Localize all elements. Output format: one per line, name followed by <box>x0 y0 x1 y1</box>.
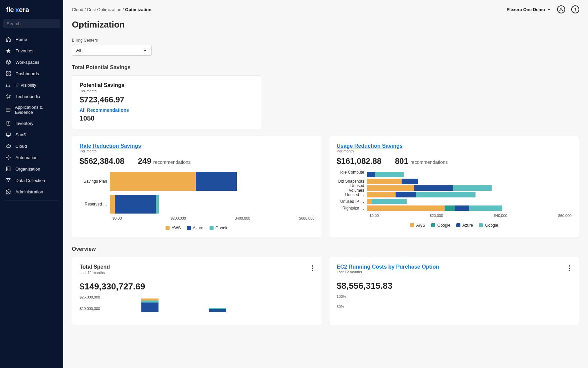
svg-point-19 <box>312 268 313 269</box>
sidebar-item-data-collection[interactable]: Data Collection <box>0 175 63 186</box>
search-input[interactable] <box>7 21 63 26</box>
sidebar-item-organization[interactable]: Organization <box>0 163 63 175</box>
nav-label: Organization <box>15 167 40 172</box>
sidebar-item-applications[interactable]: Applications & Evidence <box>0 102 63 118</box>
nav-divider <box>5 200 58 200</box>
x-axis: $0.00 $200,000 $400,000 $600,000 <box>80 216 315 220</box>
card-subtitle: Per month <box>337 149 572 153</box>
help-icon[interactable] <box>571 5 579 13</box>
svg-point-17 <box>575 10 576 11</box>
all-recommendations-link[interactable]: All Recommendations <box>80 107 129 113</box>
usage-reduction-card: Usage Reduction Savings Per month $161,0… <box>329 136 580 237</box>
sidebar-item-it-visibility[interactable]: IT Visibility <box>0 79 63 91</box>
rate-reduction-card: Rate Reduction Savings Per month $562,38… <box>72 136 322 237</box>
sidebar-item-cloud[interactable]: Cloud <box>0 140 63 152</box>
card-title: Potential Savings <box>80 82 254 88</box>
bar-seg-azure <box>196 172 237 191</box>
ec2-chart <box>350 297 379 315</box>
org-selector[interactable]: Flexera One Demo <box>507 7 551 12</box>
nav-label: Inventory <box>15 121 33 126</box>
card-subtitle: Last 12 months <box>80 271 110 275</box>
bar <box>141 298 158 312</box>
topbar-right: Flexera One Demo <box>507 5 579 13</box>
svg-rect-6 <box>9 72 10 73</box>
home-icon <box>5 36 11 42</box>
usage-chart: Idle Compute … Old Snapshots Unused Volu… <box>337 172 572 228</box>
org-name: Flexera One Demo <box>507 7 545 12</box>
svg-text:era: era <box>19 6 30 13</box>
sidebar-item-favorites[interactable]: Favorites <box>0 45 63 56</box>
user-icon[interactable] <box>557 5 565 13</box>
sidebar-item-administration[interactable]: Administration <box>0 186 63 197</box>
nav-label: Workspaces <box>15 60 39 65</box>
box-icon <box>5 59 11 65</box>
sidebar-item-saas[interactable]: SaaS <box>0 129 63 140</box>
breadcrumb-current: Optimization <box>125 7 151 12</box>
topbar: Cloud / Cost Optimization / Optimization… <box>63 0 588 16</box>
legend-swatch <box>187 226 191 230</box>
svg-rect-10 <box>6 108 10 111</box>
bar-seg-azure <box>115 195 156 214</box>
svg-point-21 <box>569 265 570 267</box>
x-axis: $0.00 $20,000 $40,000 $60,000 <box>337 214 572 218</box>
legend: AWS Google Azure Google <box>337 223 572 228</box>
funnel-icon <box>5 177 11 183</box>
sidebar-item-inventory[interactable]: Inventory <box>0 118 63 129</box>
legend-swatch <box>166 226 170 230</box>
breadcrumb-cloud[interactable]: Cloud <box>72 7 83 12</box>
breadcrumb: Cloud / Cost Optimization / Optimization <box>72 7 151 12</box>
svg-rect-9 <box>7 95 10 98</box>
svg-point-15 <box>8 191 9 192</box>
chevron-down-icon <box>143 48 147 53</box>
apps-icon <box>5 107 11 113</box>
brand-logo: flexera <box>0 0 63 19</box>
more-menu-button[interactable] <box>568 264 572 273</box>
nav: Home Favorites Workspaces Dashboards IT … <box>0 32 63 205</box>
chip-icon <box>5 93 11 99</box>
breadcrumb-cost-optimization[interactable]: Cost Optimization <box>87 7 122 12</box>
nav-label: IT Visibility <box>15 83 36 88</box>
nav-label: Dashboards <box>15 71 39 76</box>
potential-savings-card: Potential Savings Per month $723,466.97 … <box>72 75 261 129</box>
search-box[interactable] <box>3 19 60 28</box>
total-spend-amount: $149,330,727.69 <box>80 281 315 292</box>
more-menu-button[interactable] <box>311 264 315 273</box>
svg-rect-12 <box>6 133 10 136</box>
recommendations-count: 1050 <box>80 114 254 122</box>
svg-point-13 <box>8 157 9 158</box>
rate-reduction-link[interactable]: Rate Reduction Savings <box>80 143 141 149</box>
y-axis: 100% 80% <box>337 294 346 315</box>
ec2-costs-card: EC2 Running Costs by Purchase Option Las… <box>329 257 580 325</box>
sidebar-item-technopedia[interactable]: Technopedia <box>0 91 63 102</box>
legend: AWS Azure Google <box>80 226 315 230</box>
main: Cloud / Cost Optimization / Optimization… <box>63 0 588 368</box>
section-overview: Overview <box>72 246 579 252</box>
rate-chart: Savings Plan Reserved … <box>80 172 315 230</box>
ec2-costs-link[interactable]: EC2 Running Costs by Purchase Option <box>337 264 439 270</box>
billing-centers-select[interactable]: All <box>72 45 152 56</box>
sidebar-item-home[interactable]: Home <box>0 34 63 45</box>
usage-amount: $161,082.88 <box>337 156 381 166</box>
usage-rec-count: 801 <box>395 156 408 166</box>
nav-label: Technopedia <box>15 94 40 99</box>
sidebar-item-workspaces[interactable]: Workspaces <box>0 56 63 68</box>
star-icon <box>5 48 11 54</box>
org-icon <box>5 166 11 172</box>
select-value: All <box>76 48 81 53</box>
svg-text:fle: fle <box>6 6 14 13</box>
nav-label: SaaS <box>15 132 26 137</box>
svg-rect-5 <box>6 72 8 73</box>
sidebar-item-dashboards[interactable]: Dashboards <box>0 68 63 79</box>
nav-label: Applications & Evidence <box>15 105 58 115</box>
nav-label: Home <box>15 37 27 42</box>
card-subtitle: Last 12 months <box>337 270 439 274</box>
svg-rect-8 <box>9 74 10 76</box>
sidebar-item-automation[interactable]: Automation <box>0 152 63 163</box>
chart-category: Savings Plan <box>80 179 110 184</box>
usage-reduction-link[interactable]: Usage Reduction Savings <box>337 143 403 149</box>
nav-label: Data Collection <box>15 178 45 183</box>
rate-amount: $562,384.08 <box>80 156 124 166</box>
svg-point-20 <box>312 270 313 271</box>
card-subtitle: Per month <box>80 149 315 153</box>
svg-point-18 <box>312 265 313 267</box>
